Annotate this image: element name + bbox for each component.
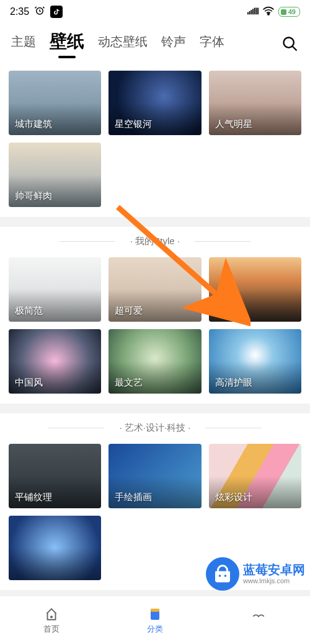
card-label: 文字控: [209, 300, 249, 322]
tab-ringtone[interactable]: 铃声: [161, 33, 186, 55]
svg-rect-15: [151, 609, 159, 612]
card-label: 高清护眼: [209, 372, 259, 394]
grid-featured: 城市建筑 星空银河 人气明星 帅哥鲜肉: [9, 71, 301, 207]
card-label: 炫彩设计: [209, 487, 259, 508]
card-text-lover[interactable]: 文字控: [209, 257, 301, 322]
battery-level: 49: [288, 8, 296, 15]
card-label: 平铺纹理: [9, 487, 58, 508]
card-label: 极简范: [9, 300, 49, 322]
nav-home[interactable]: 首页: [0, 596, 104, 644]
signal-icon: [247, 6, 259, 17]
tiktok-icon: [50, 6, 63, 18]
card-tile-texture[interactable]: 平铺纹理: [9, 444, 101, 508]
tab-theme[interactable]: 主题: [11, 33, 36, 55]
status-right: 49: [247, 6, 300, 18]
card-label: 星空银河: [108, 113, 158, 135]
wifi-icon: [262, 6, 275, 18]
card-hd-eyecare[interactable]: 高清护眼: [209, 329, 301, 394]
card-label: 最文艺: [108, 372, 149, 394]
card-label: 城市建筑: [9, 113, 58, 135]
alarm-icon: [34, 5, 45, 19]
card-hand-drawn[interactable]: 手绘插画: [108, 444, 201, 508]
svg-rect-7: [257, 8, 259, 15]
card-colorful-design[interactable]: 炫彩设计: [209, 444, 301, 508]
card-partial[interactable]: [9, 516, 101, 580]
section-featured: 城市建筑 星空银河 人气明星 帅哥鲜肉: [0, 62, 310, 217]
svg-rect-4: [252, 9, 254, 14]
card-label: 中国风: [9, 372, 49, 394]
card-chinese-style[interactable]: 中国风: [9, 329, 101, 394]
top-tab-bar: 主题 壁纸 动态壁纸 铃声 字体: [0, 24, 310, 62]
nav-more[interactable]: [206, 596, 310, 644]
card-city-architecture[interactable]: 城市建筑: [9, 71, 101, 135]
battery-indicator: 49: [278, 7, 300, 17]
tab-wallpaper[interactable]: 壁纸: [50, 30, 84, 58]
card-label: 超可爱: [108, 300, 149, 322]
svg-rect-1: [247, 12, 249, 15]
status-bar: 2:35 49: [0, 0, 310, 24]
grid-my-style: 极简范 超可爱 文字控 中国风 最文艺 高清护眼: [9, 257, 301, 394]
section-title: · 艺术·设计·科技 ·: [9, 422, 301, 434]
home-icon: [43, 606, 60, 622]
tab-font[interactable]: 字体: [200, 33, 224, 55]
tab-live-wallpaper[interactable]: 动态壁纸: [98, 33, 148, 55]
svg-rect-5: [254, 8, 255, 15]
more-icon: [250, 612, 267, 628]
section-art-tech: · 艺术·设计·科技 · 平铺纹理 手绘插画 炫彩设计: [0, 413, 310, 590]
nav-category[interactable]: 分类: [104, 596, 207, 644]
card-artsy[interactable]: 最文艺: [108, 329, 201, 394]
svg-rect-2: [249, 11, 250, 14]
card-label: 手绘插画: [108, 487, 158, 508]
search-button[interactable]: [281, 35, 299, 53]
grid-art-tech: 平铺纹理 手绘插画 炫彩设计: [9, 444, 301, 580]
svg-rect-6: [255, 8, 257, 15]
card-label: 人气明星: [209, 113, 259, 135]
content-scroll[interactable]: 城市建筑 星空银河 人气明星 帅哥鲜肉 · 我的Style · 极简范 超可爱 …: [0, 62, 310, 596]
card-celebrity[interactable]: 人气明星: [209, 71, 301, 135]
card-label: 帅哥鲜肉: [9, 185, 58, 207]
section-my-style: · 我的Style · 极简范 超可爱 文字控 中国风 最文艺 高清护眼: [0, 227, 310, 404]
bottom-nav: 首页 分类: [0, 596, 310, 644]
status-time: 2:35: [10, 6, 29, 17]
category-icon: [147, 606, 163, 622]
card-galaxy[interactable]: 星空银河: [108, 71, 201, 135]
section-title: · 我的Style ·: [9, 236, 301, 247]
status-left: 2:35: [10, 5, 63, 19]
nav-label: 分类: [147, 624, 163, 635]
card-cute[interactable]: 超可爱: [108, 257, 201, 322]
card-minimal[interactable]: 极简范: [9, 257, 101, 322]
svg-rect-3: [250, 10, 252, 14]
card-label: [9, 570, 21, 580]
svg-point-13: [51, 616, 52, 617]
svg-point-8: [268, 14, 270, 15]
card-handsome[interactable]: 帅哥鲜肉: [9, 143, 101, 207]
nav-label: 首页: [43, 624, 60, 635]
svg-point-9: [284, 38, 294, 48]
